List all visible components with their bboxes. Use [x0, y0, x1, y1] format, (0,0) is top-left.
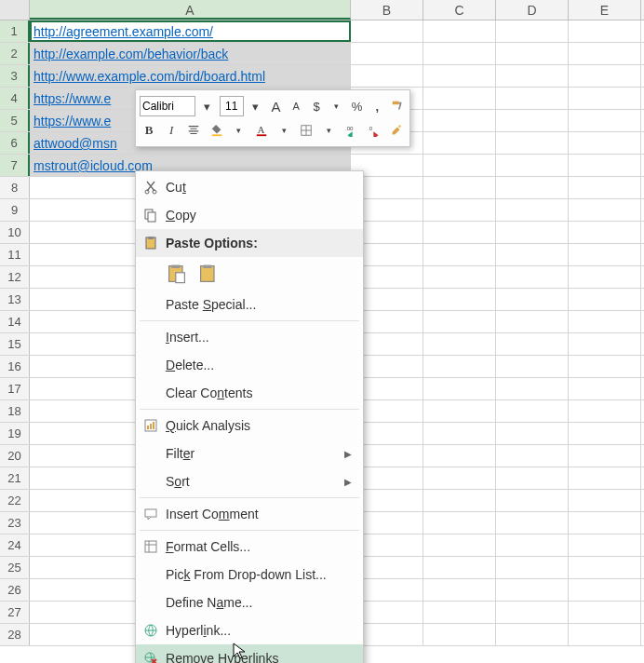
cell-C8[interactable]: [423, 177, 496, 198]
comma-format-button[interactable]: ,: [369, 96, 385, 116]
cell-E9[interactable]: [569, 199, 641, 221]
col-header-E[interactable]: E: [569, 0, 641, 20]
cell-C5[interactable]: [423, 110, 496, 131]
menu-sort[interactable]: Sort ▶: [136, 467, 363, 495]
cell-D5[interactable]: [496, 110, 569, 131]
cell-D16[interactable]: [496, 356, 569, 377]
cell-E11[interactable]: [569, 244, 641, 265]
accounting-format-button[interactable]: $: [308, 96, 325, 116]
cell-E23[interactable]: [569, 512, 641, 534]
cell-E4[interactable]: [569, 88, 641, 109]
row-header[interactable]: 26: [0, 579, 30, 601]
hyperlink-text[interactable]: attwood@msn: [34, 136, 117, 151]
row-header[interactable]: 19: [0, 423, 30, 444]
cell-D18[interactable]: [496, 400, 569, 422]
font-name-dropdown-icon[interactable]: ▾: [199, 96, 216, 116]
cell-D11[interactable]: [496, 244, 569, 265]
cell-C6[interactable]: [423, 132, 496, 154]
row-header[interactable]: 6: [0, 132, 30, 154]
cell-D21[interactable]: [496, 467, 569, 489]
col-header-C[interactable]: C: [423, 0, 496, 20]
cell-E8[interactable]: [569, 177, 641, 198]
menu-clear-contents[interactable]: Clear Contents: [136, 379, 363, 407]
row-header[interactable]: 27: [0, 602, 30, 623]
cell-D25[interactable]: [496, 557, 569, 578]
row-header[interactable]: 9: [0, 199, 30, 221]
cell-E24[interactable]: [569, 534, 641, 556]
borders-dropdown-icon[interactable]: ▾: [319, 120, 338, 141]
row-header[interactable]: 18: [0, 400, 30, 422]
cell-C18[interactable]: [423, 400, 496, 422]
cell-C24[interactable]: [423, 534, 496, 556]
menu-filter[interactable]: Filter ▶: [136, 440, 363, 467]
paste-values-icon[interactable]: [197, 263, 220, 285]
row-header[interactable]: 7: [0, 155, 30, 176]
cell-C12[interactable]: [423, 266, 496, 288]
cell-C9[interactable]: [423, 199, 496, 221]
cell-E15[interactable]: [569, 333, 641, 355]
cell-E16[interactable]: [569, 356, 641, 377]
row-header[interactable]: 20: [0, 445, 30, 467]
cell-D4[interactable]: [496, 88, 569, 109]
cell-E25[interactable]: [569, 557, 641, 578]
menu-insert[interactable]: Insert...: [136, 323, 363, 351]
cell-C23[interactable]: [423, 512, 496, 534]
row-header[interactable]: 15: [0, 333, 30, 355]
menu-paste-special[interactable]: Paste Special...: [136, 291, 363, 318]
hyperlink-text[interactable]: http://www.example.com/bird/board.html: [34, 69, 265, 84]
cell-B3[interactable]: [351, 65, 423, 87]
cell-C1[interactable]: [423, 20, 496, 42]
fill-color-icon[interactable]: [208, 120, 226, 141]
row-header[interactable]: 5: [0, 110, 30, 131]
cell-C10[interactable]: [423, 222, 496, 243]
cell-E27[interactable]: [569, 602, 641, 623]
cell-E22[interactable]: [569, 490, 641, 511]
menu-format-cells[interactable]: Format Cells...: [136, 533, 363, 561]
font-size-dropdown-icon[interactable]: ▾: [248, 96, 264, 116]
cell-D15[interactable]: [496, 333, 569, 355]
cell-D9[interactable]: [496, 199, 569, 221]
row-header[interactable]: 21: [0, 467, 30, 489]
cell-D7[interactable]: [496, 155, 569, 176]
cell-C11[interactable]: [423, 244, 496, 265]
cell-E6[interactable]: [569, 132, 641, 154]
cell-E7[interactable]: [569, 155, 641, 176]
row-header[interactable]: 25: [0, 557, 30, 578]
cell-E10[interactable]: [569, 222, 641, 243]
cell-C17[interactable]: [423, 378, 496, 399]
menu-insert-comment[interactable]: Insert Comment: [136, 500, 363, 528]
cell-C22[interactable]: [423, 490, 496, 511]
cell-D13[interactable]: [496, 289, 569, 310]
cell-E21[interactable]: [569, 467, 641, 489]
cell-D10[interactable]: [496, 222, 569, 243]
cell-C21[interactable]: [423, 467, 496, 489]
menu-remove-hyperlinks[interactable]: Remove Hyperlinks: [136, 644, 363, 663]
hyperlink-text[interactable]: https://www.e: [34, 114, 111, 129]
cell-E14[interactable]: [569, 311, 641, 332]
cell-D1[interactable]: [496, 20, 569, 42]
row-header[interactable]: 8: [0, 177, 30, 198]
col-header-A[interactable]: A: [30, 0, 351, 20]
font-name-combo[interactable]: [140, 96, 195, 116]
cell-C2[interactable]: [423, 43, 496, 64]
cell-C7[interactable]: [423, 155, 496, 176]
row-header[interactable]: 22: [0, 490, 30, 511]
cell-A1[interactable]: http://agreement.example.com/: [30, 20, 351, 42]
font-color-dropdown-icon[interactable]: ▾: [275, 120, 293, 141]
col-header-B[interactable]: B: [351, 0, 423, 20]
cell-C14[interactable]: [423, 311, 496, 332]
cell-D28[interactable]: [496, 624, 569, 645]
cell-E12[interactable]: [569, 266, 641, 288]
row-header[interactable]: 4: [0, 88, 30, 109]
row-header[interactable]: 2: [0, 43, 30, 64]
cell-C15[interactable]: [423, 333, 496, 355]
cell-E28[interactable]: [569, 624, 641, 645]
cell-D6[interactable]: [496, 132, 569, 154]
italic-button[interactable]: I: [162, 120, 181, 141]
hyperlink-text[interactable]: http://example.com/behavior/back: [34, 47, 228, 61]
cell-D8[interactable]: [496, 177, 569, 198]
cell-D26[interactable]: [496, 579, 569, 601]
font-color-icon[interactable]: A: [252, 120, 271, 141]
cell-E20[interactable]: [569, 445, 641, 467]
cell-C20[interactable]: [423, 445, 496, 467]
